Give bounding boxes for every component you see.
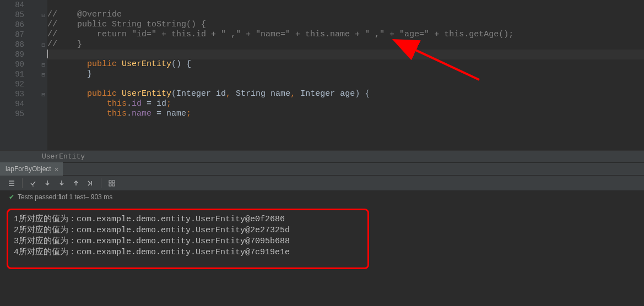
svg-rect-2	[109, 181, 111, 183]
code-line[interactable]	[47, 50, 644, 59]
svg-rect-4	[109, 184, 111, 186]
line-number: 91	[0, 70, 29, 79]
code-line[interactable]	[47, 0, 644, 10]
line-number: 93	[0, 90, 29, 99]
caret	[47, 50, 48, 58]
line-number-gutter: 84 85⊟ 86 87 88⊟ 89 90⊟ 91⊟ 92 93⊟ 94 95	[0, 0, 47, 150]
console-output[interactable]: 1所对应的值为：com.example.demo.entity.UserEnti…	[0, 203, 644, 305]
export-button[interactable]	[70, 177, 82, 189]
import-button[interactable]	[84, 177, 96, 189]
separator	[101, 178, 101, 188]
code-line[interactable]: public UserEntity() {	[47, 59, 644, 69]
svg-rect-5	[112, 184, 115, 186]
test-status-bar: ✔ Tests passed: 1 of 1 test – 903 ms	[0, 191, 644, 203]
settings-button[interactable]	[106, 177, 118, 189]
fold-end-icon[interactable]: ⊟	[41, 41, 45, 48]
code-line[interactable]: this.name = name;	[47, 109, 644, 119]
line-number: 84	[0, 1, 29, 9]
breadcrumb-item[interactable]: UserEntity	[42, 152, 85, 161]
code-line[interactable]: // public String toString() {	[47, 20, 644, 30]
console-line[interactable]: 4所对应的值为：com.example.demo.entity.UserEnti…	[14, 247, 362, 258]
fold-marker-icon[interactable]: ⊟	[41, 61, 45, 68]
code-line[interactable]: this.id = id;	[47, 99, 644, 109]
status-text: Tests passed:	[18, 193, 58, 201]
status-time: – 903 ms	[85, 193, 112, 201]
separator	[22, 178, 23, 188]
expand-all-button[interactable]	[6, 177, 18, 189]
show-ignored-button[interactable]	[41, 177, 53, 189]
code-line[interactable]: // return "id=" + this.id + " ," + "name…	[47, 30, 644, 40]
run-tab[interactable]: lapForByObject ×	[0, 162, 63, 176]
line-number: 88	[0, 40, 29, 49]
code-area[interactable]: // @Override // public String toString()…	[47, 0, 644, 150]
fold-end-icon[interactable]: ⊟	[41, 71, 45, 78]
line-number: 87	[0, 30, 29, 39]
show-passed-button[interactable]	[27, 177, 39, 189]
line-number: 95	[0, 110, 29, 118]
code-line[interactable]: // }	[47, 40, 644, 50]
status-text: of 1 test	[62, 193, 85, 201]
fold-marker-icon[interactable]: ⊟	[41, 12, 45, 19]
line-number: 92	[0, 80, 29, 89]
run-tab-bar: lapForByObject ×	[0, 162, 644, 176]
tab-label: lapForByObject	[6, 165, 51, 173]
code-line[interactable]: }	[47, 69, 644, 79]
code-editor[interactable]: 84 85⊟ 86 87 88⊟ 89 90⊟ 91⊟ 92 93⊟ 94 95…	[0, 0, 644, 150]
line-number: 89	[0, 50, 29, 59]
console-line[interactable]: 3所对应的值为：com.example.demo.entity.UserEnti…	[14, 236, 362, 247]
highlighted-output: 1所对应的值为：com.example.demo.entity.UserEnti…	[7, 209, 369, 269]
close-icon[interactable]: ×	[55, 165, 59, 173]
check-icon: ✔	[9, 193, 14, 201]
console-line[interactable]: 1所对应的值为：com.example.demo.entity.UserEnti…	[14, 214, 362, 225]
console-line[interactable]: 2所对应的值为：com.example.demo.entity.UserEnti…	[14, 225, 362, 236]
fold-marker-icon[interactable]: ⊟	[41, 91, 45, 98]
line-number: 94	[0, 100, 29, 108]
line-number: 90	[0, 60, 29, 69]
code-line[interactable]	[47, 79, 644, 89]
line-number: 86	[0, 20, 29, 29]
code-line[interactable]: // @Override	[47, 10, 644, 20]
svg-rect-3	[112, 181, 115, 183]
code-line[interactable]: public UserEntity(Integer id, String nam…	[47, 89, 644, 99]
status-count: 1	[58, 193, 62, 201]
line-number: 85	[0, 10, 29, 19]
test-toolbar	[0, 176, 644, 191]
breadcrumb[interactable]: UserEntity	[0, 150, 644, 162]
rerun-failed-button[interactable]	[56, 177, 68, 189]
